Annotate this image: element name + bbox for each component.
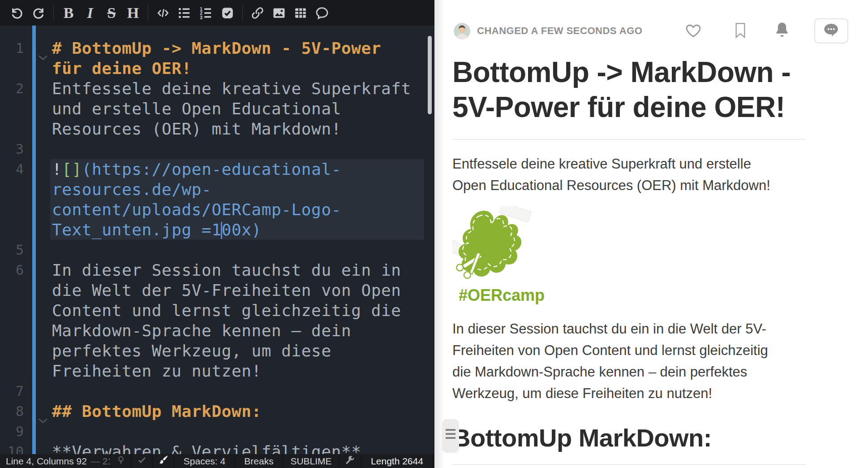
code-row[interactable]: Freiheiten zu nutzen! (0, 361, 434, 381)
split-drag-handle[interactable] (442, 419, 459, 453)
editor-status-bar: Line 4, Columns 92— 21 Spaces: 4 Breaks … (0, 454, 434, 468)
notifications-button[interactable] (773, 21, 791, 41)
code-row[interactable]: und erstelle Open Educational (0, 99, 434, 119)
section-heading: BottomUp MarkDown: (452, 423, 824, 452)
strikethrough-button[interactable]: S (101, 3, 122, 23)
editor-toolbar: B I S H 123 (0, 0, 434, 26)
bold-icon: B (64, 5, 74, 21)
keymap-setting[interactable]: SUBLIME (283, 454, 339, 468)
code-row[interactable]: für deine OER! (0, 58, 434, 78)
italic-icon: I (87, 5, 93, 21)
preferences-button[interactable] (339, 454, 361, 468)
open-comments-button[interactable] (814, 18, 848, 43)
image-button[interactable] (268, 3, 290, 23)
italic-button[interactable]: I (79, 3, 101, 23)
like-button[interactable] (684, 22, 702, 40)
rendered-document: BottomUp -> MarkDown - 5V-Power für dein… (452, 45, 824, 465)
code-row[interactable]: 6In dieser Session tauchst du ein in (0, 260, 434, 280)
toolbar-separator (148, 5, 148, 21)
link-button[interactable] (247, 3, 268, 23)
code-segment: Freiheiten zu nutzen! (52, 362, 262, 380)
chat-bubble-icon (822, 22, 841, 41)
indent-setting[interactable]: Spaces: 4 (174, 454, 235, 468)
preview-pane: CHANGED A FEW SECONDS AGO BottomUp -> Ma… (434, 0, 868, 468)
heading-icon: H (127, 5, 139, 21)
code-segment: Text_unten.jpg =1 (52, 221, 222, 239)
bullet-list-button[interactable] (174, 3, 195, 23)
line-number: 4 (0, 159, 24, 179)
line-number: 7 (0, 381, 24, 401)
code-row[interactable]: resources.de/wp- (0, 179, 434, 199)
logo-caption: #OERcamp (459, 286, 542, 305)
svg-text:3: 3 (200, 14, 202, 19)
intro-paragraph: Entfessele deine kreative Superkraft und… (452, 153, 815, 196)
code-segment: resources.de/wp- (52, 180, 211, 199)
code-segment: Markdown-Sprache kennen – dein (52, 321, 351, 340)
theme-brush-toggle[interactable] (153, 454, 174, 468)
bullet-list-icon (177, 6, 192, 20)
spellcheck-toggle[interactable] (131, 454, 153, 468)
code-row[interactable]: Content und lernst gleichzeitig die (0, 300, 434, 321)
code-row[interactable]: 7 (0, 381, 434, 401)
linebreak-setting[interactable]: Breaks (235, 454, 283, 468)
line-number: 10 (0, 442, 24, 454)
code-row[interactable]: Markdown-Sprache kennen – dein (0, 321, 434, 341)
line-number: 9 (0, 421, 24, 442)
line-number: 2 (0, 78, 24, 99)
code-row[interactable]: 10**Verwahren & Vervielfältigen** (0, 442, 434, 454)
code-row[interactable]: 5 (0, 240, 434, 260)
code-segment: Content und lernst gleichzeitig die (52, 301, 401, 320)
code-row[interactable]: die Welt der 5V-Freiheiten von Open (0, 280, 434, 300)
link-icon (251, 6, 264, 20)
code-row[interactable]: 1# BottomUp -> MarkDown - 5V-Power (0, 38, 434, 58)
code-segment: 00x) (222, 221, 262, 239)
line-number: 1 (0, 38, 24, 58)
document-length-status: Length 2644 (361, 454, 433, 468)
bookmark-button[interactable] (734, 22, 747, 41)
code-row[interactable]: content/uploads/OERCamp-Logo- (0, 199, 434, 220)
numbered-list-icon: 123 (199, 6, 213, 20)
table-icon (294, 6, 307, 20)
comment-button[interactable] (311, 3, 333, 23)
lightbulb-icon (116, 455, 126, 468)
redo-button[interactable] (28, 3, 49, 23)
code-row[interactable]: 4![](https://open-educational- (0, 159, 434, 179)
document-title: BottomUp -> MarkDown - 5V-Power für dein… (452, 55, 824, 125)
code-segment: die Welt der 5V-Freiheiten von Open (52, 281, 401, 299)
code-row[interactable]: 3 (0, 139, 434, 159)
numbered-list-button[interactable]: 123 (195, 3, 217, 23)
code-block-button[interactable] (152, 3, 174, 23)
code-row[interactable]: 8## BottomUp MarkDown: (0, 401, 434, 421)
line-number: 3 (0, 139, 24, 159)
title-divider (452, 139, 806, 140)
code-editor[interactable]: 1# BottomUp -> MarkDown - 5V-Powerfür de… (0, 26, 434, 454)
bold-button[interactable]: B (58, 3, 79, 23)
line-number: 8 (0, 401, 24, 421)
hint-toggle[interactable] (111, 454, 131, 468)
checklist-button[interactable] (217, 3, 238, 23)
line-number: 5 (0, 240, 24, 260)
code-segment: content/uploads/OERCamp-Logo- (52, 200, 341, 219)
section-divider (452, 464, 806, 465)
heading-button[interactable]: H (122, 3, 144, 23)
check-icon (137, 455, 147, 467)
last-changed-label: CHANGED A FEW SECONDS AGO (477, 25, 642, 37)
toolbar-separator (242, 5, 243, 21)
code-row[interactable]: perfektes Werkzeug, um diese (0, 341, 434, 361)
code-segment: und erstelle Open Educational (52, 100, 341, 118)
code-row[interactable]: 2Entfessele deine kreative Superkraft (0, 78, 434, 99)
comment-icon (315, 6, 329, 20)
table-button[interactable] (290, 3, 311, 23)
avatar[interactable] (454, 23, 470, 39)
code-row[interactable]: Text_unten.jpg =100x) (0, 220, 434, 240)
code-row[interactable]: Resources (OER) mit Markdown! (0, 119, 434, 139)
code-row[interactable]: 9 (0, 421, 434, 442)
paintbrush-icon (158, 455, 169, 468)
checklist-icon (221, 6, 234, 20)
grip-lines-icon (446, 429, 455, 431)
session-paragraph: In dieser Session tauchst du ein in die … (452, 318, 815, 404)
undo-button[interactable] (6, 3, 28, 23)
heart-icon (684, 22, 702, 40)
editor-scrollbar-thumb[interactable] (428, 36, 432, 114)
code-segment: **Verwahren & Vervielfältigen** (52, 442, 361, 454)
